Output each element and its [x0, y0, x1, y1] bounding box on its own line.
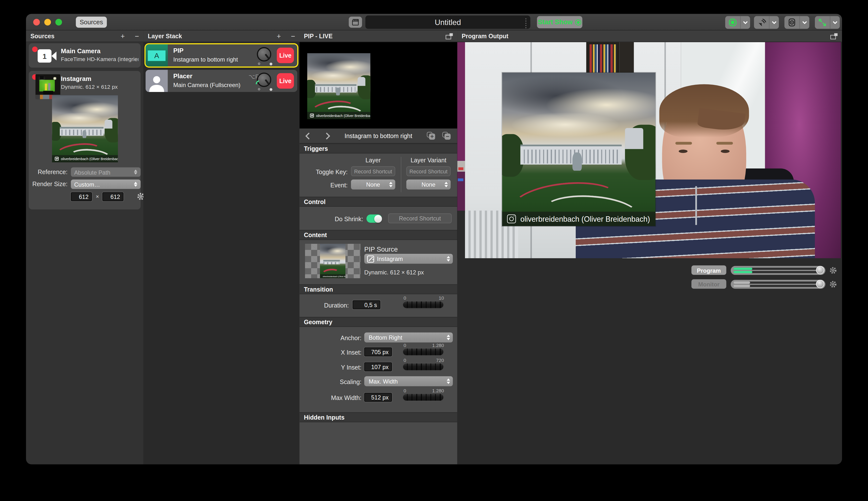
- document-title-field[interactable]: Untitled: [365, 15, 530, 29]
- render-width-field[interactable]: 612: [71, 192, 92, 201]
- detach-panel-icon[interactable]: [830, 33, 837, 39]
- opacity-knob[interactable]: [257, 73, 271, 87]
- toggle-sources-button[interactable]: Sources: [76, 17, 107, 28]
- pip-overlay-caption: oliverbreidenbach (Oliver Breidenbach): [520, 215, 650, 223]
- source-subtitle: FaceTime HD-Kamera (integrier…: [61, 56, 139, 62]
- reference-popup[interactable]: Absolute Path: [71, 167, 141, 177]
- column-variant-label: Layer Variant: [406, 157, 451, 163]
- source-live-dot: [32, 46, 38, 52]
- max-width-scrubber-min: 0: [404, 388, 406, 394]
- pip-source-value: Instagram: [377, 256, 403, 262]
- vu-meter: [734, 267, 752, 270]
- max-width-scrubber[interactable]: [403, 393, 444, 401]
- x-inset-value: 705 px: [371, 349, 388, 355]
- layer-subtitle: Instagram to bottom right: [173, 56, 238, 63]
- section-control: Control: [299, 197, 457, 207]
- y-inset-scrubber-min: 0: [404, 357, 406, 363]
- add-source-button[interactable]: +: [121, 32, 125, 40]
- gear-icon[interactable]: [829, 280, 837, 288]
- layer-toggle-shortcut-button[interactable]: Record Shortcut: [351, 166, 395, 176]
- gear-icon[interactable]: [829, 266, 837, 274]
- pip-layer-icon: A: [145, 44, 167, 66]
- title-bar: Sources Untitled Start Show: [26, 14, 842, 30]
- add-layer-button[interactable]: +: [277, 32, 281, 40]
- y-inset-label: Y Inset:: [304, 364, 362, 371]
- sources-panel-title: Sources: [30, 33, 54, 39]
- variant-toggle-shortcut-button[interactable]: Record Shortcut: [406, 166, 451, 176]
- pip-source-popup[interactable]: Instagram: [364, 254, 453, 264]
- zoom-button[interactable]: [55, 19, 62, 25]
- y-inset-scrubber[interactable]: [403, 363, 444, 371]
- volume-slider-knob[interactable]: [816, 266, 824, 274]
- render-height-field[interactable]: 612: [102, 192, 123, 201]
- chevron-down-icon: [802, 21, 807, 24]
- x-inset-field[interactable]: 705 px: [364, 348, 392, 356]
- placer-layer-icon: [145, 70, 167, 92]
- program-video: oliverbreidenbach (Oliver Breidenbach): [457, 42, 841, 258]
- layer-live-button[interactable]: Live: [277, 47, 294, 63]
- y-inset-field[interactable]: 107 px: [364, 362, 392, 371]
- start-show-button[interactable]: Start Show: [537, 16, 582, 29]
- detach-panel-icon[interactable]: [446, 33, 453, 39]
- monitor-volume-slider[interactable]: [731, 279, 825, 288]
- column-divider: [401, 157, 401, 192]
- duration-scrubber-min: 0: [404, 295, 406, 301]
- section-hidden-inputs: Hidden Inputs: [299, 412, 457, 422]
- source-item-instagram[interactable]: Instagram Dynamic. 612 × 612 px oliverbr…: [29, 71, 140, 210]
- preview-caption: oliverbreidenbach (Oliver Breidenbach): [316, 114, 370, 117]
- section-geometry: Geometry: [299, 317, 457, 327]
- chevron-down-icon: [833, 21, 837, 24]
- layer-live-button[interactable]: Live: [277, 73, 294, 88]
- close-button[interactable]: [33, 19, 40, 25]
- source-item-main-camera[interactable]: 1 Main Camera FaceTime HD-Kamera (integr…: [29, 43, 140, 67]
- minimize-button[interactable]: [44, 19, 51, 25]
- magic-wand-icon: [367, 255, 374, 263]
- volume-slider-knob[interactable]: [816, 280, 824, 288]
- knob-max-dot: [270, 88, 272, 91]
- scaling-popup[interactable]: Max. Width: [364, 376, 453, 386]
- layer-item-placer[interactable]: Placer Main Camera (Fullscreen) ⌥P Live: [145, 70, 297, 92]
- scaling-label: Scaling:: [304, 379, 362, 385]
- pip-settings-panel: PIP - LIVE oliverbreidenbach (Oliver Bre…: [299, 30, 457, 464]
- duration-scrubber-max: 10: [427, 295, 444, 301]
- max-width-value: 512 px: [371, 394, 388, 401]
- layer-stack-panel: Layer Stack + − A PIP Instagram to botto…: [143, 30, 299, 464]
- layer-preview-area: oliverbreidenbach (Oliver Breidenbach): [299, 42, 457, 128]
- layer-event-popup[interactable]: None: [351, 180, 395, 190]
- chevron-down-icon: [743, 21, 748, 24]
- render-size-popup[interactable]: Custom…: [71, 180, 141, 189]
- duration-field[interactable]: 0,5 s: [353, 300, 380, 309]
- clapperboard-icon-button[interactable]: [349, 17, 362, 28]
- do-shrink-toggle[interactable]: [366, 214, 382, 223]
- stream-split-button[interactable]: [754, 16, 779, 29]
- record-split-button[interactable]: [725, 16, 750, 29]
- anchor-popup[interactable]: Bottom Right: [364, 332, 453, 343]
- remove-layer-button[interactable]: −: [291, 32, 295, 40]
- layer-stack-header: Layer Stack + −: [143, 30, 299, 42]
- program-audio-button[interactable]: Program: [691, 265, 726, 275]
- title-grip-icon: [525, 18, 527, 29]
- duration-scrubber[interactable]: [403, 301, 444, 309]
- monitor-audio-button[interactable]: Monitor: [691, 279, 726, 289]
- fullscreen-split-button[interactable]: [815, 16, 840, 29]
- program-volume-slider[interactable]: [731, 266, 825, 274]
- pip-source-label: PIP Source: [364, 245, 398, 253]
- pip-overlay-image[interactable]: oliverbreidenbach (Oliver Breidenbach): [502, 73, 655, 226]
- x-inset-scrubber-max: 1.280: [425, 342, 444, 348]
- section-transition: Transition: [299, 284, 457, 294]
- shrink-shortcut-button[interactable]: Record Shortcut: [388, 213, 452, 223]
- clapperboard-icon: [351, 18, 360, 26]
- remove-source-button[interactable]: −: [135, 32, 139, 40]
- event-label: Event:: [304, 182, 348, 188]
- add-variant-icon[interactable]: +: [427, 132, 435, 140]
- opacity-knob[interactable]: [257, 47, 271, 62]
- remove-variant-icon[interactable]: −: [442, 132, 451, 140]
- layer-item-pip[interactable]: A PIP Instagram to bottom right Live: [145, 44, 297, 66]
- knob-min-dot: [258, 88, 260, 90]
- variant-event-popup[interactable]: None: [406, 180, 451, 190]
- audio-monitor-split-button[interactable]: [784, 16, 810, 29]
- max-width-label: Max Width:: [304, 395, 362, 401]
- program-output-header: Program Output: [457, 30, 842, 42]
- max-width-field[interactable]: 512 px: [364, 393, 392, 402]
- x-inset-scrubber[interactable]: [403, 348, 444, 356]
